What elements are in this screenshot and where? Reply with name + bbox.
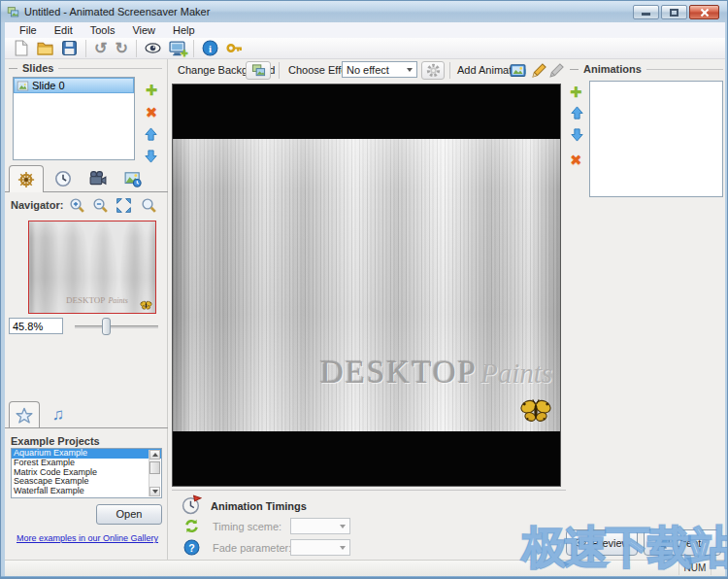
tab-slide-timing[interactable] bbox=[46, 165, 81, 192]
example-projects-header: Example Projects bbox=[11, 435, 100, 447]
list-item[interactable]: Matrix Code Example bbox=[12, 468, 161, 478]
move-animation-up-button[interactable] bbox=[570, 106, 584, 120]
clock-icon bbox=[54, 170, 72, 187]
fade-parameter-label: Fade parameter: bbox=[213, 542, 291, 554]
animation-timings-section: Animation Timings Timing sceme: Fade par… bbox=[172, 490, 566, 560]
online-gallery-link[interactable]: More examples in our Online Gallery bbox=[13, 533, 162, 543]
animations-list[interactable] bbox=[589, 81, 723, 197]
delete-slide-button[interactable]: ✖ bbox=[141, 105, 162, 119]
slides-header-label: Slides bbox=[22, 62, 53, 74]
dropdown-arrow-icon bbox=[335, 540, 349, 555]
slide-label: Slide 0 bbox=[32, 80, 65, 91]
redo-icon[interactable]: ↻ bbox=[115, 41, 127, 55]
list-item[interactable]: Seascape Example bbox=[12, 477, 161, 487]
list-scrollbar[interactable] bbox=[149, 450, 160, 496]
zoom-slider-thumb[interactable] bbox=[102, 318, 111, 335]
animations-group-header: Animations bbox=[570, 63, 723, 75]
zoom-fit-icon[interactable] bbox=[116, 197, 132, 214]
effect-select[interactable]: No effect bbox=[342, 61, 417, 78]
zoom-slider-track[interactable] bbox=[75, 325, 158, 328]
minimize-button[interactable] bbox=[633, 5, 659, 19]
zoom-actual-icon[interactable] bbox=[141, 197, 157, 214]
tab-example-projects[interactable] bbox=[9, 401, 40, 428]
list-item[interactable]: Forest Example bbox=[12, 459, 161, 468]
new-project-icon[interactable] bbox=[13, 40, 29, 56]
zoom-out-icon[interactable] bbox=[92, 197, 109, 214]
navigator-thumbnail[interactable]: DESKTOP Paints bbox=[28, 221, 156, 314]
left-panel: Slides Slide 0 ✚ ✖ Navigator: bbox=[5, 59, 168, 560]
helm-wheel-icon bbox=[17, 171, 35, 188]
zoom-in-icon[interactable] bbox=[69, 197, 85, 214]
save-project-icon[interactable] bbox=[61, 40, 78, 56]
image-clock-icon bbox=[124, 170, 142, 187]
canvas-background: DESKTOP Paints bbox=[173, 139, 560, 431]
add-image-animation-icon[interactable] bbox=[510, 62, 526, 79]
register-key-icon[interactable] bbox=[226, 40, 243, 56]
add-animation-button[interactable]: ✚ bbox=[570, 85, 582, 99]
tab-slide-schedule[interactable] bbox=[116, 165, 150, 192]
slide-thumbnail-icon bbox=[17, 80, 29, 92]
delete-animation-button[interactable]: ✖ bbox=[570, 153, 582, 167]
undo-icon[interactable]: ↺ bbox=[94, 41, 107, 55]
menu-tools[interactable]: Tools bbox=[82, 23, 124, 37]
toolbar-separator bbox=[193, 40, 194, 57]
triangle-down-icon bbox=[152, 490, 158, 494]
open-project-icon[interactable] bbox=[37, 40, 53, 56]
triangle-up-icon bbox=[152, 453, 158, 457]
video-camera-icon bbox=[89, 170, 107, 187]
move-slide-up-button[interactable] bbox=[144, 127, 158, 142]
refresh-icon bbox=[183, 518, 200, 534]
info-icon[interactable] bbox=[202, 40, 218, 56]
preview-eye-icon[interactable] bbox=[145, 40, 161, 56]
minimize-icon bbox=[642, 13, 650, 16]
canvas-letterbox-top bbox=[173, 85, 560, 139]
desktop-paints-watermark: DESKTOP Paints bbox=[320, 355, 552, 391]
zoom-value-input[interactable] bbox=[9, 318, 63, 334]
title-bar[interactable]: Untitled - Animated Screensaver Maker bbox=[1, 1, 727, 22]
effect-settings-button bbox=[421, 61, 445, 80]
toolbar-separator bbox=[136, 40, 137, 57]
scroll-down-button[interactable] bbox=[149, 487, 160, 496]
thumbnail-butterfly-icon bbox=[140, 300, 152, 311]
close-button[interactable] bbox=[689, 5, 719, 19]
install-screensaver-icon[interactable]: ✚ bbox=[169, 40, 185, 56]
dropdown-arrow-icon bbox=[335, 519, 349, 533]
disabled-animation-tool-icon bbox=[548, 62, 565, 79]
slides-group-header: Slides bbox=[9, 62, 162, 74]
slides-list[interactable]: Slide 0 bbox=[13, 77, 135, 160]
timer-icon bbox=[182, 494, 202, 515]
site-watermark: 极速下载站 bbox=[522, 518, 728, 578]
tab-slide-video[interactable] bbox=[81, 165, 116, 192]
maximize-button[interactable] bbox=[661, 5, 687, 19]
add-slide-button[interactable]: ✚ bbox=[141, 83, 162, 97]
scroll-up-button[interactable] bbox=[149, 450, 160, 460]
menu-help[interactable]: Help bbox=[164, 23, 204, 37]
timing-scheme-label: Timing sceme: bbox=[213, 521, 281, 532]
content-area: Slides Slide 0 ✚ ✖ Navigator: bbox=[5, 59, 725, 560]
app-window: Untitled - Animated Screensaver Maker Fi… bbox=[0, 0, 728, 579]
example-projects-list[interactable]: Aquarium Example Forest Example Matrix C… bbox=[11, 448, 162, 498]
edit-animation-pencil-icon[interactable] bbox=[531, 62, 547, 79]
move-slide-down-button[interactable] bbox=[144, 149, 158, 163]
toolbar-separator bbox=[449, 62, 450, 79]
tab-music[interactable]: ♫ bbox=[44, 401, 73, 428]
scrollbar-thumb[interactable] bbox=[149, 461, 160, 474]
tab-slide-settings[interactable] bbox=[9, 165, 44, 192]
change-background-button[interactable] bbox=[246, 61, 271, 80]
gear-icon bbox=[426, 63, 441, 78]
navigator-label: Navigator: bbox=[11, 199, 63, 211]
thumbnail-watermark: DESKTOP Paints bbox=[66, 293, 128, 305]
slide-canvas[interactable]: DESKTOP Paints bbox=[172, 84, 561, 487]
list-item[interactable]: Waterfall Example bbox=[12, 487, 161, 496]
list-item[interactable]: Aquarium Example bbox=[12, 449, 161, 459]
move-animation-down-button[interactable] bbox=[570, 127, 584, 142]
menu-edit[interactable]: Edit bbox=[46, 23, 82, 37]
animations-header-label: Animations bbox=[583, 63, 642, 75]
menu-view[interactable]: View bbox=[123, 23, 164, 37]
photos-icon bbox=[251, 63, 266, 78]
open-example-button[interactable]: Open bbox=[96, 504, 162, 525]
animation-timings-header: Animation Timings bbox=[211, 500, 307, 512]
butterfly-sprite[interactable] bbox=[519, 397, 552, 426]
slide-list-item[interactable]: Slide 0 bbox=[14, 78, 134, 93]
menu-file[interactable]: File bbox=[11, 23, 46, 37]
